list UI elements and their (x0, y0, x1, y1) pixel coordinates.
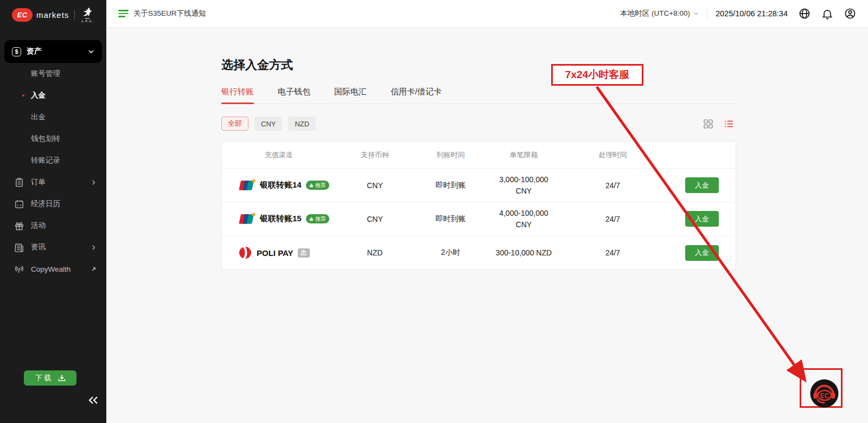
annotation-callout: 7x24小时客服 (551, 64, 643, 86)
sidebar-item-transfer-records[interactable]: 转账记录 (0, 150, 106, 171)
thumbs-up-icon (309, 183, 314, 188)
sidebar-item-label: 钱包划转 (31, 134, 60, 144)
dollar-icon: $ (12, 47, 21, 56)
gift-icon (14, 221, 24, 231)
chevron-down-icon (693, 11, 699, 16)
sidebar-item-news[interactable]: 资讯 (0, 236, 106, 258)
channel-name: POLI PAY (257, 248, 293, 258)
channel-name: 银联转账15 (260, 214, 302, 224)
clipboard-icon (14, 177, 24, 188)
main-content: 选择入金方式 银行转账 电子钱包 国际电汇 信用卡/借记卡 全部 CNY NZD… (106, 28, 868, 423)
sidebar-item-label: 经济日历 (31, 199, 97, 209)
announcement[interactable]: 关于S35EUR下线通知 (118, 9, 206, 18)
sidebar-item-label: 入金 (31, 91, 46, 100)
col-header-arrival: 到账时间 (411, 150, 490, 160)
col-header-processing: 处理时间 (558, 150, 668, 160)
chevron-down-icon (88, 48, 94, 55)
sidebar-item-label: CopyWealth (31, 265, 84, 273)
cell-processing: 24/7 (558, 215, 668, 223)
topbar-right: 本地时区 (UTC+8:00) 2025/10/06 21:28:34 (620, 8, 856, 20)
user-account-icon[interactable] (844, 8, 856, 20)
sidebar-item-label: 账号管理 (31, 69, 60, 79)
topbar-divider (707, 8, 707, 19)
table-header-row: 充值渠道 支持币种 到账时间 单笔限额 处理时间 (222, 142, 736, 169)
customer-service-button[interactable]: EC (809, 379, 839, 408)
sidebar-item-wallet-transfer[interactable]: 钱包划转 (0, 128, 106, 150)
ec-headset-icon: EC (809, 379, 839, 408)
filter-chip-cny[interactable]: CNY (254, 117, 282, 131)
col-header-channel: 充值渠道 (222, 150, 339, 160)
timezone-label: 本地时区 (UTC+8:00) (620, 9, 690, 18)
language-globe-icon[interactable] (799, 8, 810, 20)
cell-currency: CNY (339, 181, 412, 190)
grid-view-icon[interactable] (700, 116, 716, 131)
sidebar-menu: $ 资产 账号管理 入金 出金 钱包划转 转账记录 订单 经济日历 活动 (0, 40, 106, 280)
notifications-bell-icon[interactable] (821, 8, 833, 20)
sidebar-item-label: 出金 (31, 112, 46, 122)
news-icon (14, 242, 24, 253)
tab-bank-transfer[interactable]: 银行转账 (221, 87, 254, 104)
bank-badge (298, 248, 310, 258)
table-row: 银联转账15 推荐 CNY 即时到账 4,000-100,000 CNY 24/… (222, 202, 736, 236)
table-row: 银联转账14 推荐 CNY 即时到账 3,000-100,000 CNY 24/… (222, 169, 736, 202)
sidebar-item-economic-calendar[interactable]: 经济日历 (0, 193, 106, 215)
chevron-right-icon (91, 180, 97, 185)
ec-markets-logo-icon: EC (12, 8, 33, 22)
collapse-sidebar-icon[interactable] (88, 395, 99, 405)
recommend-badge-label: 推荐 (315, 215, 326, 223)
filter-chip-nzd[interactable]: NZD (288, 117, 316, 131)
cell-limit: 4,000-100,000 CNY (490, 208, 558, 230)
announcement-lines-icon (118, 10, 129, 17)
sidebar-item-label: 资讯 (31, 242, 84, 252)
sidebar-item-deposit[interactable]: 入金 (0, 85, 106, 106)
chevron-right-icon (91, 245, 97, 251)
sidebar-item-promotions[interactable]: 活动 (0, 215, 106, 236)
calendar-icon (14, 199, 24, 209)
tab-credit-debit-card[interactable]: 信用卡/借记卡 (391, 87, 442, 104)
sidebar: EC markets L.F.C. $ 资产 账号管理 入金 出金 钱包划转 转… (0, 0, 106, 423)
deposit-button[interactable]: 入金 (685, 177, 719, 193)
sidebar-item-account-management[interactable]: 账号管理 (0, 63, 106, 85)
tab-international-wire[interactable]: 国际电汇 (334, 87, 367, 104)
recommend-badge: 推荐 (306, 181, 329, 190)
download-button-label: 下载 (35, 373, 54, 383)
deposit-button[interactable]: 入金 (685, 245, 719, 261)
currency-filter-row: 全部 CNY NZD (221, 116, 736, 131)
limit-currency: CNY (490, 219, 558, 230)
brand-markets-label: markets (36, 10, 69, 20)
cell-limit: 300-10,000 NZD (490, 247, 558, 259)
col-header-currency: 支持币种 (339, 150, 412, 160)
sidebar-item-label: 订单 (31, 177, 84, 187)
liver-bird-icon (80, 7, 94, 21)
sidebar-item-copywealth[interactable]: CopyWealth (0, 258, 106, 280)
recommend-badge: 推荐 (306, 214, 329, 223)
limit-amount: 4,000-100,000 (490, 208, 558, 219)
sidebar-item-label: 活动 (31, 221, 97, 230)
cell-arrival: 2小时 (411, 248, 490, 258)
page-title: 选择入金方式 (221, 57, 736, 73)
list-view-icon[interactable] (721, 116, 736, 131)
download-icon (58, 374, 66, 382)
filter-chip-all[interactable]: 全部 (221, 117, 248, 131)
download-button[interactable]: 下载 (24, 370, 76, 386)
sidebar-item-assets[interactable]: $ 资产 (4, 40, 102, 63)
brand-logo: EC markets L.F.C. (0, 0, 106, 23)
cell-arrival: 即时到账 (411, 214, 490, 224)
sidebar-item-label: 资产 (27, 47, 88, 56)
cell-arrival: 即时到账 (411, 181, 490, 190)
announcement-text: 关于S35EUR下线通知 (133, 9, 206, 18)
col-header-limit: 单笔限额 (490, 150, 558, 161)
timezone-selector[interactable]: 本地时区 (UTC+8:00) (620, 9, 699, 18)
sidebar-item-orders[interactable]: 订单 (0, 171, 106, 193)
external-link-arrow-icon (91, 266, 97, 272)
tab-e-wallet[interactable]: 电子钱包 (278, 87, 310, 104)
channel-name: 银联转账14 (260, 180, 302, 190)
sidebar-item-withdrawal[interactable]: 出金 (0, 106, 106, 128)
deposit-button[interactable]: 入金 (685, 211, 719, 227)
bank-icon (301, 250, 307, 255)
current-datetime: 2025/10/06 21:28:34 (716, 9, 788, 18)
unionpay-logo-icon (238, 179, 256, 192)
cell-processing: 24/7 (558, 248, 668, 257)
limit-amount: 300-10,000 NZD (490, 247, 558, 259)
topbar: 关于S35EUR下线通知 本地时区 (UTC+8:00) 2025/10/06 … (106, 0, 868, 28)
